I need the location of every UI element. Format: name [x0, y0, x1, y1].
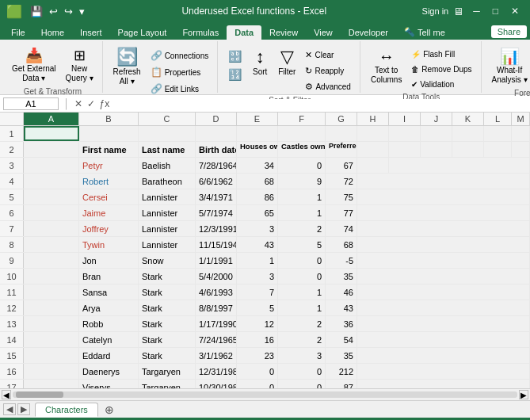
h-scroll-thumb[interactable] — [16, 391, 63, 398]
cell-b2[interactable]: First name — [79, 142, 139, 157]
cell-a2[interactable] — [24, 142, 79, 157]
cell-i2[interactable] — [389, 142, 421, 157]
cell-b1[interactable] — [79, 126, 139, 141]
cell-j1[interactable] — [421, 126, 452, 141]
cell-c7[interactable]: Lannister — [139, 221, 196, 236]
cell-m2[interactable] — [512, 142, 530, 157]
cell-c9[interactable]: Snow — [139, 253, 196, 268]
cell-m1[interactable] — [512, 126, 530, 141]
col-header-f[interactable]: F — [278, 113, 326, 125]
cell-d3[interactable]: 7/28/1964 — [196, 158, 237, 173]
remove-dups-button[interactable]: 🗑 Remove Dups — [407, 63, 475, 76]
advanced-button[interactable]: ⚙ Advanced — [301, 79, 354, 94]
cell-g15[interactable]: 35 — [326, 348, 357, 363]
cell-e11[interactable]: 7 — [237, 284, 278, 300]
cell-g8[interactable]: 68 — [326, 237, 357, 252]
scroll-right[interactable]: ▶ — [519, 390, 528, 399]
cell-rest13[interactable] — [357, 316, 530, 331]
cell-b5[interactable]: Cersei — [79, 189, 139, 204]
cell-c17[interactable]: Targaryen — [139, 380, 196, 388]
cell-rest17[interactable] — [357, 380, 530, 388]
cell-c8[interactable]: Lannister — [139, 237, 196, 252]
edit-links-button[interactable]: 🔗 Edit Links — [147, 81, 213, 97]
cell-c1[interactable] — [139, 126, 196, 141]
cell-b6[interactable]: Jaime — [79, 205, 139, 220]
cell-g1[interactable] — [326, 126, 357, 141]
tab-formulas[interactable]: Formulas — [174, 25, 227, 40]
cell-rest6[interactable] — [357, 205, 530, 220]
cell-rest10[interactable] — [357, 269, 530, 284]
cell-f15[interactable]: 3 — [278, 348, 326, 363]
cell-g16[interactable]: 212 — [326, 364, 357, 379]
cell-c15[interactable]: Stark — [139, 348, 196, 363]
cell-d11[interactable]: 4/6/1993 — [196, 284, 237, 300]
cell-c6[interactable]: Lannister — [139, 205, 196, 220]
tab-file[interactable]: File — [3, 25, 33, 40]
cell-c3[interactable]: Baelish — [139, 158, 196, 173]
cell-e5[interactable]: 86 — [237, 189, 278, 204]
cell-f7[interactable]: 2 — [278, 221, 326, 236]
cell-e9[interactable]: 1 — [237, 253, 278, 268]
cell-h2[interactable] — [357, 142, 389, 157]
cell-f8[interactable]: 5 — [278, 237, 326, 252]
reapply-button[interactable]: ↻ Reapply — [301, 63, 354, 78]
cell-c4[interactable]: Baratheon — [139, 174, 196, 189]
cell-f13[interactable]: 2 — [278, 316, 326, 331]
cell-d9[interactable]: 1/1/1991 — [196, 253, 237, 268]
col-header-g[interactable]: G — [326, 113, 357, 125]
cell-b16[interactable]: Daenerys — [79, 364, 139, 379]
cell-d14[interactable]: 7/24/1965 — [196, 332, 237, 347]
cell-d7[interactable]: 12/3/1991 — [196, 221, 237, 236]
cell-f12[interactable]: 1 — [278, 300, 326, 315]
confirm-formula-icon[interactable]: ✓ — [87, 98, 95, 109]
cell-rest12[interactable] — [357, 300, 530, 315]
cell-g11[interactable]: 46 — [326, 284, 357, 300]
cancel-formula-icon[interactable]: ✕ — [74, 98, 82, 109]
col-header-e[interactable]: E — [237, 113, 278, 125]
cell-j2[interactable] — [421, 142, 452, 157]
tab-review[interactable]: Review — [261, 25, 306, 40]
cell-f2[interactable]: Castles owned — [278, 142, 326, 157]
cell-e12[interactable]: 5 — [237, 300, 278, 315]
cell-f5[interactable]: 1 — [278, 189, 326, 204]
cell-c10[interactable]: Stark — [139, 269, 196, 284]
redo-button[interactable]: ↪ — [63, 6, 74, 17]
col-header-m[interactable]: M — [512, 113, 530, 125]
cell-e10[interactable]: 3 — [237, 269, 278, 284]
cell-f1[interactable] — [278, 126, 326, 141]
minimize-button[interactable]: ─ — [468, 4, 485, 18]
cell-f3[interactable]: 0 — [278, 158, 326, 173]
tab-page-layout[interactable]: Page Layout — [110, 25, 175, 40]
cell-g7[interactable]: 74 — [326, 221, 357, 236]
cell-d15[interactable]: 3/1/1962 — [196, 348, 237, 363]
customize-quick-access[interactable]: ▾ — [78, 6, 86, 17]
cell-g2[interactable]: Preferred temp (F) — [326, 142, 357, 157]
cell-d16[interactable]: 12/31/1988 — [196, 364, 237, 379]
text-to-columns-button[interactable]: ↔ Text toColumns — [367, 46, 406, 87]
cell-a10[interactable] — [24, 269, 79, 284]
col-header-c[interactable]: C — [139, 113, 196, 125]
cell-c13[interactable]: Stark — [139, 316, 196, 331]
cell-c2[interactable]: Last name — [139, 142, 196, 157]
cell-a16[interactable] — [24, 364, 79, 379]
properties-button[interactable]: 📋 Properties — [147, 64, 213, 80]
cell-g13[interactable]: 36 — [326, 316, 357, 331]
cell-g12[interactable]: 43 — [326, 300, 357, 315]
save-button[interactable]: 💾 — [29, 6, 44, 17]
tab-home[interactable]: Home — [33, 25, 72, 40]
cell-e4[interactable]: 68 — [237, 174, 278, 189]
undo-button[interactable]: ↩ — [48, 6, 59, 17]
cell-c14[interactable]: Stark — [139, 332, 196, 347]
cell-a12[interactable] — [24, 300, 79, 315]
cell-b10[interactable]: Bran — [79, 269, 139, 284]
refresh-all-button[interactable]: 🔄 RefreshAll ▾ — [109, 46, 145, 89]
cell-b3[interactable]: Petyr — [79, 158, 139, 173]
cell-c5[interactable]: Lannister — [139, 189, 196, 204]
cell-c11[interactable]: Stark — [139, 284, 196, 300]
cell-g6[interactable]: 77 — [326, 205, 357, 220]
cell-a9[interactable] — [24, 253, 79, 268]
get-external-data-button[interactable]: 📥 Get ExternalData ▾ — [8, 46, 60, 86]
maximize-button[interactable]: □ — [488, 4, 503, 18]
cell-rest15[interactable] — [357, 348, 530, 363]
cell-b12[interactable]: Arya — [79, 300, 139, 315]
